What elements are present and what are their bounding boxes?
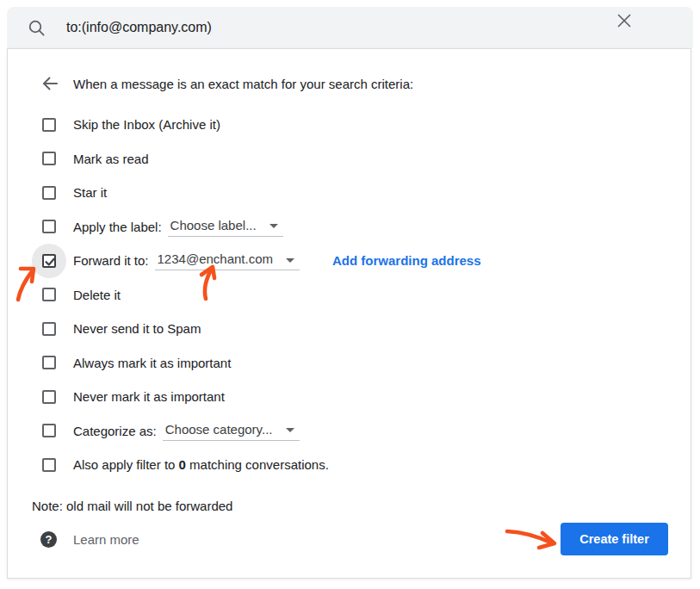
learn-more-link[interactable]: ? Learn more [40, 531, 139, 548]
checkbox-star-it[interactable] [42, 186, 56, 200]
close-icon[interactable] [613, 9, 635, 32]
checkbox-never-spam[interactable] [42, 322, 56, 336]
row-never-spam: Never send it to Spam [8, 312, 691, 346]
label-mark-as-read: Mark as read [73, 152, 149, 166]
row-always-important: Always mark it as important [8, 346, 691, 381]
row-categorize-as: Categorize as: Choose category... [8, 414, 691, 449]
panel-header: When a message is an exact match for you… [8, 66, 691, 101]
back-arrow-icon[interactable] [40, 74, 59, 93]
search-query-input[interactable]: to:(info@company.com) [66, 20, 212, 35]
row-never-important: Never mark it as important [8, 380, 691, 414]
learn-more-label: Learn more [73, 532, 139, 547]
choose-label-dropdown-value: Choose label... [170, 218, 257, 232]
choose-category-dropdown[interactable]: Choose category... [163, 421, 300, 441]
gmail-create-filter-dialog: to:(info@company.com) When a message is … [0, 0, 700, 589]
choose-label-dropdown[interactable]: Choose label... [168, 217, 283, 237]
label-forward-it-to: Forward it to: [73, 253, 149, 268]
search-bar: to:(info@company.com) [7, 7, 693, 48]
label-skip-inbox: Skip the Inbox (Archive it) [73, 117, 220, 132]
panel-title: When a message is an exact match for you… [73, 77, 413, 91]
choose-category-dropdown-value: Choose category... [165, 422, 273, 437]
row-skip-inbox: Skip the Inbox (Archive it) [8, 108, 691, 142]
checkbox-apply-label[interactable] [42, 220, 56, 233]
label-delete-it: Delete it [73, 288, 121, 302]
panel-footer: ? Learn more Create filter [8, 522, 691, 556]
row-apply-label: Apply the label: Choose label... [8, 210, 691, 245]
label-never-important: Never mark it as important [73, 389, 225, 404]
label-star-it: Star it [73, 185, 107, 200]
chevron-down-icon [269, 224, 278, 228]
row-delete-it: Delete it [8, 278, 691, 313]
label-never-spam: Never send it to Spam [73, 321, 201, 336]
filter-options-panel: When a message is an exact match for you… [7, 48, 691, 579]
checkbox-delete-it[interactable] [42, 288, 56, 301]
label-apply-label: Apply the label: [73, 220, 162, 234]
row-forward-it-to: Forward it to: 1234@enchant.com Add forw… [8, 244, 691, 278]
label-always-important: Always mark it as important [73, 356, 231, 370]
matching-count: 0 [179, 457, 186, 472]
checkbox-skip-inbox[interactable] [42, 118, 56, 132]
search-icon [28, 19, 46, 37]
add-forwarding-address-link[interactable]: Add forwarding address [332, 253, 481, 268]
checkbox-also-apply[interactable] [42, 458, 56, 472]
checkbox-never-important[interactable] [42, 390, 56, 404]
label-also-apply: Also apply filter to 0 matching conversa… [73, 457, 329, 472]
checkbox-forward-it-to[interactable] [42, 254, 56, 268]
checkbox-categorize-as[interactable] [42, 424, 56, 437]
row-also-apply: Also apply filter to 0 matching conversa… [8, 448, 691, 482]
label-categorize-as: Categorize as: [73, 424, 157, 438]
forward-address-dropdown[interactable]: 1234@enchant.com [155, 251, 300, 270]
chevron-down-icon [286, 428, 294, 432]
forward-address-dropdown-value: 1234@enchant.com [158, 251, 273, 266]
create-filter-button[interactable]: Create filter [561, 523, 668, 555]
checkbox-always-important[interactable] [42, 356, 56, 369]
help-icon: ? [40, 531, 57, 548]
row-star-it: Star it [8, 176, 691, 210]
chevron-down-icon [286, 258, 294, 263]
filter-option-list: Skip the Inbox (Archive it) Mark as read… [8, 108, 691, 482]
checkbox-mark-as-read[interactable] [42, 152, 56, 165]
forwarding-note: Note: old mail will not be forwarded [32, 499, 232, 513]
row-mark-as-read: Mark as read [8, 142, 691, 177]
